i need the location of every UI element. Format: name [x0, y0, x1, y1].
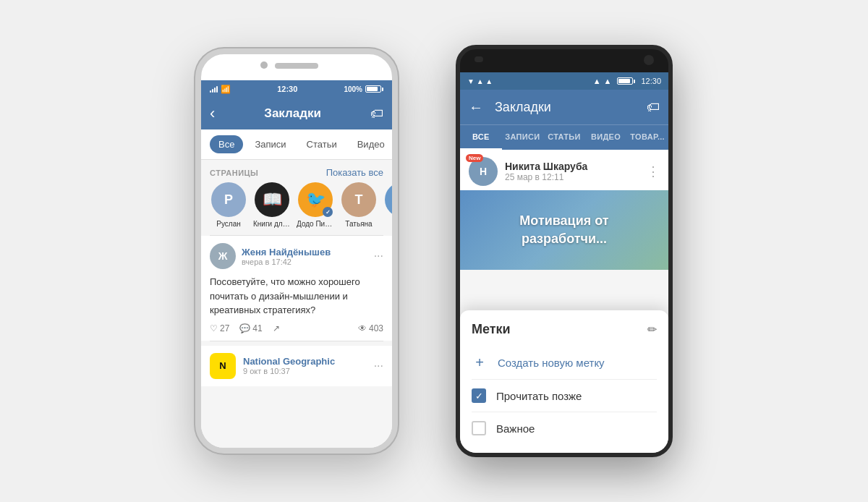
wifi-android-icon: ▲	[593, 77, 601, 85]
android-post-dots[interactable]: ⋮	[647, 163, 660, 179]
ios-share-action[interactable]: ↗	[273, 323, 280, 333]
ios-tabs: Все Записи Статьи Видео С...	[201, 129, 392, 160]
ios-tab-articles[interactable]: Статьи	[298, 135, 346, 153]
ios-time: 12:30	[277, 85, 297, 93]
avatar-mak: М	[385, 182, 392, 217]
android-tab-articles[interactable]: СТАТЬИ	[543, 125, 585, 150]
battery-label: 100%	[344, 85, 362, 93]
metki-important-label: Важное	[496, 422, 535, 435]
ios-status-right: 100%	[344, 85, 383, 93]
ng-logo: N	[210, 353, 236, 379]
android-post-time: 25 мар в 12:11	[505, 172, 639, 182]
ios-tab-posts[interactable]: Записи	[246, 135, 294, 153]
signal-icon	[210, 85, 218, 93]
android-nav-title: Закладки	[495, 100, 635, 115]
ios-tag-icon[interactable]: 🏷	[370, 106, 383, 122]
page-item-mak[interactable]: М Мак...	[383, 182, 392, 228]
android-post-meta: Никита Шкаруба 25 мар в 12:11	[505, 161, 639, 182]
android-post-image-text: Мотивация отразработчи...	[505, 212, 623, 248]
share-icon: ↗	[273, 323, 280, 333]
metki-header: Метки ✏	[472, 322, 657, 337]
ios-phone: 📶 12:30 100% ‹ Закладки 🏷 Все Записи Ста…	[195, 48, 398, 454]
android-nav-bar: ← Закладки 🏷	[460, 90, 668, 124]
android-status-bar: ▼ ▲ ▲ ▲ ▲ 12:30	[460, 72, 668, 90]
ios-post: Ж Женя Найдёнышев вчера в 17:42 ··· Посо…	[201, 236, 392, 341]
android-tag-icon[interactable]: 🏷	[647, 100, 660, 115]
metki-item-read-later[interactable]: ✓ Прочитать позже	[472, 383, 657, 409]
ios-like-action[interactable]: ♡ 27	[210, 323, 229, 333]
android-post-image: Мотивация отразработчи...	[460, 190, 668, 270]
page-item-books[interactable]: 📖 Книги для…	[253, 182, 291, 228]
ios-screen: 📶 12:30 100% ‹ Закладки 🏷 Все Записи Ста…	[201, 80, 392, 448]
android-post-author: Никита Шкаруба	[505, 161, 639, 172]
android-post-avatar: New Н	[469, 157, 498, 186]
metki-divider-2	[472, 412, 657, 412]
ios-post2-dots[interactable]: ···	[374, 360, 383, 373]
eye-icon: 👁	[358, 323, 367, 333]
like-count: 27	[220, 323, 229, 333]
comment-icon: 💬	[239, 323, 250, 333]
ios-show-all-link[interactable]: Показать все	[326, 167, 383, 178]
page-item-tatiana[interactable]: Т Татьяна	[340, 182, 378, 228]
ios-post-time: вчера в 17:42	[242, 258, 331, 266]
view-count: 403	[369, 323, 383, 333]
metki-modal: Метки ✏ + Создать новую метку ✓ Прочитат…	[460, 310, 668, 453]
ios-post2-author: National Geographic	[243, 356, 367, 367]
ios-post2: N National Geographic 9 окт в 10:37 ···	[201, 346, 392, 386]
metki-item-important[interactable]: Важное	[472, 415, 657, 441]
page-name-tatiana: Татьяна	[340, 220, 378, 228]
page-item-dodo[interactable]: 🐦 ✓ Додо Пицца	[297, 182, 334, 228]
page-name-mak: Мак...	[383, 220, 392, 228]
ios-status-bar: 📶 12:30 100%	[201, 80, 392, 98]
ios-pages-row: Р Руслан 📖 Книги для… 🐦 ✓ Додо Пицца	[201, 182, 392, 235]
android-battery-icon	[617, 77, 635, 85]
android-tabs: ВСЕ ЗАПИСИ СТАТЬИ ВИДЕО ТОВАР...	[460, 124, 668, 150]
android-tab-goods[interactable]: ТОВАР...	[626, 125, 668, 150]
metki-add-label: Создать новую метку	[498, 357, 605, 369]
add-icon: +	[472, 354, 488, 370]
ios-post-header: Ж Женя Найдёнышев вчера в 17:42 ···	[210, 243, 383, 269]
avatar-tatiana: Т	[341, 182, 376, 217]
ios-nav-title: Закладки	[264, 106, 321, 121]
ios-post-meta: Женя Найдёнышев вчера в 17:42	[242, 247, 331, 266]
wifi-icon: 📶	[221, 85, 231, 94]
ios-divider-2	[210, 341, 383, 341]
metki-edit-icon[interactable]: ✏	[647, 323, 657, 336]
metki-title: Метки	[472, 322, 511, 337]
page-name-ruslan: Руслан	[210, 220, 247, 228]
ios-post-avatar: Ж	[210, 243, 236, 269]
ios-post-text: Посоветуйте, что можно хорошего почитать…	[210, 275, 383, 318]
ios-tab-video[interactable]: Видео	[349, 135, 392, 153]
ios-comment-action[interactable]: 💬 41	[239, 323, 262, 333]
android-tab-video[interactable]: ВИДЕО	[585, 125, 627, 150]
ios-post-dots[interactable]: ···	[374, 250, 383, 263]
heart-icon: ♡	[210, 323, 218, 333]
ios-post-author: Женя Найдёнышев	[242, 247, 331, 258]
battery-icon	[365, 85, 383, 93]
ios-back-button[interactable]: ‹	[210, 104, 215, 123]
page-item-ruslan[interactable]: Р Руслан	[210, 182, 247, 228]
ios-post2-info: National Geographic 9 окт в 10:37	[243, 356, 367, 375]
checkbox-checked-icon: ✓	[472, 388, 486, 403]
android-tab-posts[interactable]: ЗАПИСИ	[502, 125, 544, 150]
ios-section-header: СТРАНИЦЫ Показать все	[201, 160, 392, 182]
avatar-dodo: 🐦 ✓	[298, 182, 333, 217]
ios-views-action: 👁 403	[358, 323, 383, 333]
metki-item-add[interactable]: + Создать новую метку	[472, 349, 657, 376]
comment-count: 41	[252, 323, 262, 333]
android-time: 12:30	[641, 77, 661, 85]
android-back-button[interactable]: ←	[469, 99, 483, 116]
ios-tab-all[interactable]: Все	[210, 135, 243, 153]
new-badge: New	[466, 154, 483, 162]
avatar-ruslan: Р	[211, 182, 246, 217]
android-tab-all[interactable]: ВСЕ	[460, 125, 502, 150]
android-post-header: New Н Никита Шкаруба 25 мар в 12:11 ⋮	[460, 150, 668, 190]
signal-android-icon: ▲	[604, 77, 612, 85]
android-screen: ▼ ▲ ▲ ▲ ▲ 12:30 ← Закладки 🏷 ВСЕ ЗАПИСИ …	[460, 72, 668, 453]
android-post: New Н Никита Шкаруба 25 мар в 12:11 ⋮ Мо…	[460, 150, 668, 270]
avatar-books: 📖	[255, 182, 289, 217]
ios-post-actions: ♡ 27 💬 41 ↗ 👁 403	[210, 323, 383, 333]
ios-section-label: СТРАНИЦЫ	[210, 169, 258, 177]
ios-pages-section: СТРАНИЦЫ Показать все Р Руслан 📖 Книги д…	[201, 160, 392, 235]
checkbox-unchecked-icon	[472, 421, 486, 435]
